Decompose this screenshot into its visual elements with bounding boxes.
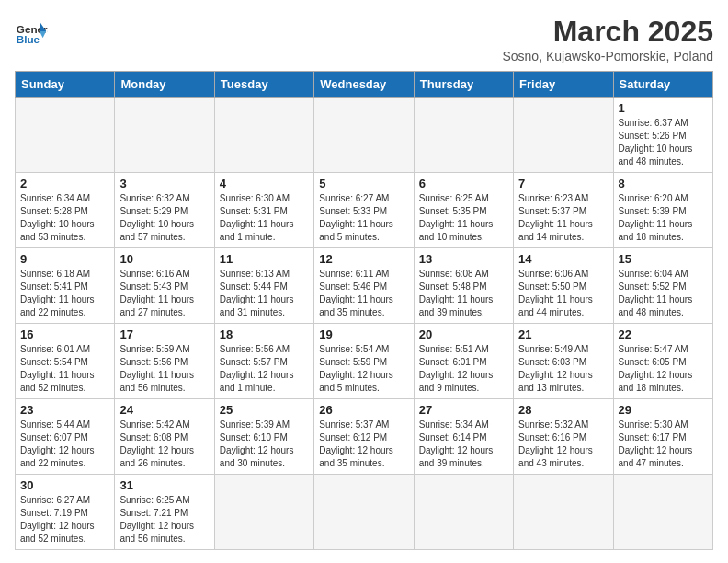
calendar-cell: 29Sunrise: 5:30 AM Sunset: 6:17 PM Dayli…: [613, 399, 712, 475]
day-info: Sunrise: 5:37 AM Sunset: 6:12 PM Dayligh…: [319, 419, 408, 470]
week-row-0: 1Sunrise: 6:37 AM Sunset: 5:26 PM Daylig…: [16, 98, 713, 173]
day-info: Sunrise: 6:11 AM Sunset: 5:46 PM Dayligh…: [319, 268, 408, 319]
calendar-cell: 1Sunrise: 6:37 AM Sunset: 5:26 PM Daylig…: [613, 98, 712, 173]
day-header-wednesday: Wednesday: [314, 72, 414, 98]
day-info: Sunrise: 5:39 AM Sunset: 6:10 PM Dayligh…: [220, 419, 309, 470]
day-number: 13: [419, 252, 508, 266]
week-row-4: 23Sunrise: 5:44 AM Sunset: 6:07 PM Dayli…: [16, 399, 713, 475]
calendar-cell: [414, 98, 513, 173]
day-number: 23: [20, 403, 109, 417]
day-number: 4: [220, 177, 309, 190]
calendar-cell: 8Sunrise: 6:20 AM Sunset: 5:39 PM Daylig…: [613, 173, 712, 248]
calendar-cell: [414, 475, 513, 550]
calendar-table: SundayMondayTuesdayWednesdayThursdayFrid…: [15, 71, 713, 550]
day-number: 2: [20, 177, 109, 190]
calendar-cell: 9Sunrise: 6:18 AM Sunset: 5:41 PM Daylig…: [16, 248, 115, 324]
calendar-cell: [613, 475, 712, 550]
day-number: 24: [119, 403, 209, 417]
day-info: Sunrise: 6:25 AM Sunset: 5:35 PM Dayligh…: [419, 192, 508, 244]
day-info: Sunrise: 6:18 AM Sunset: 5:41 PM Dayligh…: [20, 268, 109, 319]
calendar-cell: 26Sunrise: 5:37 AM Sunset: 6:12 PM Dayli…: [314, 399, 414, 475]
day-number: 22: [619, 327, 708, 341]
calendar-cell: 7Sunrise: 6:23 AM Sunset: 5:37 PM Daylig…: [514, 173, 613, 248]
day-number: 30: [20, 478, 109, 492]
day-info: Sunrise: 6:30 AM Sunset: 5:31 PM Dayligh…: [220, 192, 309, 244]
day-number: 29: [619, 403, 708, 417]
day-info: Sunrise: 5:44 AM Sunset: 6:07 PM Dayligh…: [20, 419, 109, 470]
day-info: Sunrise: 5:54 AM Sunset: 5:59 PM Dayligh…: [319, 343, 408, 395]
header: General Blue March 2025 Sosno, Kujawsko-…: [15, 15, 713, 63]
day-header-monday: Monday: [115, 72, 214, 98]
calendar-cell: 20Sunrise: 5:51 AM Sunset: 6:01 PM Dayli…: [414, 324, 513, 399]
day-number: 17: [119, 327, 209, 341]
calendar-cell: 24Sunrise: 5:42 AM Sunset: 6:08 PM Dayli…: [115, 399, 214, 475]
day-info: Sunrise: 5:56 AM Sunset: 5:57 PM Dayligh…: [220, 343, 309, 395]
day-info: Sunrise: 6:16 AM Sunset: 5:43 PM Dayligh…: [119, 268, 209, 319]
day-number: 31: [119, 478, 209, 492]
calendar-cell: 19Sunrise: 5:54 AM Sunset: 5:59 PM Dayli…: [314, 324, 414, 399]
day-number: 15: [619, 252, 708, 266]
day-number: 28: [518, 403, 608, 417]
calendar-cell: 28Sunrise: 5:32 AM Sunset: 6:16 PM Dayli…: [514, 399, 613, 475]
day-number: 1: [619, 101, 708, 115]
calendar-cell: 16Sunrise: 6:01 AM Sunset: 5:54 PM Dayli…: [16, 324, 115, 399]
day-header-saturday: Saturday: [613, 72, 712, 98]
day-info: Sunrise: 6:13 AM Sunset: 5:44 PM Dayligh…: [220, 268, 309, 319]
week-row-3: 16Sunrise: 6:01 AM Sunset: 5:54 PM Dayli…: [16, 324, 713, 399]
day-info: Sunrise: 6:37 AM Sunset: 5:26 PM Dayligh…: [619, 117, 708, 168]
day-number: 18: [220, 327, 309, 341]
subtitle: Sosno, Kujawsko-Pomorskie, Poland: [502, 49, 713, 63]
calendar-cell: [214, 98, 313, 173]
calendar-cell: [514, 98, 613, 173]
day-number: 25: [220, 403, 309, 417]
day-info: Sunrise: 5:34 AM Sunset: 6:14 PM Dayligh…: [419, 419, 508, 470]
week-row-5: 30Sunrise: 6:27 AM Sunset: 7:19 PM Dayli…: [16, 475, 713, 550]
day-info: Sunrise: 6:06 AM Sunset: 5:50 PM Dayligh…: [518, 268, 608, 319]
day-number: 14: [518, 252, 608, 266]
calendar-cell: 27Sunrise: 5:34 AM Sunset: 6:14 PM Dayli…: [414, 399, 513, 475]
calendar-cell: 2Sunrise: 6:34 AM Sunset: 5:28 PM Daylig…: [16, 173, 115, 248]
day-info: Sunrise: 6:25 AM Sunset: 7:21 PM Dayligh…: [119, 494, 209, 546]
week-row-1: 2Sunrise: 6:34 AM Sunset: 5:28 PM Daylig…: [16, 173, 713, 248]
day-number: 26: [319, 403, 408, 417]
calendar-cell: 18Sunrise: 5:56 AM Sunset: 5:57 PM Dayli…: [214, 324, 313, 399]
calendar-cell: [115, 98, 214, 173]
day-number: 19: [319, 327, 408, 341]
calendar-cell: [16, 98, 115, 173]
logo: General Blue: [15, 15, 48, 48]
day-info: Sunrise: 5:49 AM Sunset: 6:03 PM Dayligh…: [518, 343, 608, 395]
calendar-cell: 23Sunrise: 5:44 AM Sunset: 6:07 PM Dayli…: [16, 399, 115, 475]
day-number: 16: [20, 327, 109, 341]
day-info: Sunrise: 5:47 AM Sunset: 6:05 PM Dayligh…: [619, 343, 708, 395]
calendar-cell: 21Sunrise: 5:49 AM Sunset: 6:03 PM Dayli…: [514, 324, 613, 399]
day-info: Sunrise: 6:04 AM Sunset: 5:52 PM Dayligh…: [619, 268, 708, 319]
calendar-cell: 22Sunrise: 5:47 AM Sunset: 6:05 PM Dayli…: [613, 324, 712, 399]
day-number: 9: [20, 252, 109, 266]
calendar-cell: [514, 475, 613, 550]
month-title: March 2025: [502, 15, 713, 49]
day-header-tuesday: Tuesday: [214, 72, 313, 98]
day-number: 10: [119, 252, 209, 266]
calendar-cell: 13Sunrise: 6:08 AM Sunset: 5:48 PM Dayli…: [414, 248, 513, 324]
day-number: 8: [619, 177, 708, 190]
day-info: Sunrise: 5:30 AM Sunset: 6:17 PM Dayligh…: [619, 419, 708, 470]
day-number: 3: [119, 177, 209, 190]
day-number: 5: [319, 177, 408, 190]
calendar-cell: 3Sunrise: 6:32 AM Sunset: 5:29 PM Daylig…: [115, 173, 214, 248]
day-info: Sunrise: 6:08 AM Sunset: 5:48 PM Dayligh…: [419, 268, 508, 319]
calendar-cell: 12Sunrise: 6:11 AM Sunset: 5:46 PM Dayli…: [314, 248, 414, 324]
calendar-cell: 4Sunrise: 6:30 AM Sunset: 5:31 PM Daylig…: [214, 173, 313, 248]
day-info: Sunrise: 5:42 AM Sunset: 6:08 PM Dayligh…: [119, 419, 209, 470]
day-info: Sunrise: 5:59 AM Sunset: 5:56 PM Dayligh…: [119, 343, 209, 395]
week-row-2: 9Sunrise: 6:18 AM Sunset: 5:41 PM Daylig…: [16, 248, 713, 324]
calendar-cell: 15Sunrise: 6:04 AM Sunset: 5:52 PM Dayli…: [613, 248, 712, 324]
calendar-cell: 17Sunrise: 5:59 AM Sunset: 5:56 PM Dayli…: [115, 324, 214, 399]
day-header-thursday: Thursday: [414, 72, 513, 98]
day-info: Sunrise: 6:27 AM Sunset: 7:19 PM Dayligh…: [20, 494, 109, 546]
day-info: Sunrise: 6:01 AM Sunset: 5:54 PM Dayligh…: [20, 343, 109, 395]
calendar-cell: 5Sunrise: 6:27 AM Sunset: 5:33 PM Daylig…: [314, 173, 414, 248]
day-info: Sunrise: 6:23 AM Sunset: 5:37 PM Dayligh…: [518, 192, 608, 244]
calendar-cell: 30Sunrise: 6:27 AM Sunset: 7:19 PM Dayli…: [16, 475, 115, 550]
calendar-cell: 11Sunrise: 6:13 AM Sunset: 5:44 PM Dayli…: [214, 248, 313, 324]
day-info: Sunrise: 6:20 AM Sunset: 5:39 PM Dayligh…: [619, 192, 708, 244]
